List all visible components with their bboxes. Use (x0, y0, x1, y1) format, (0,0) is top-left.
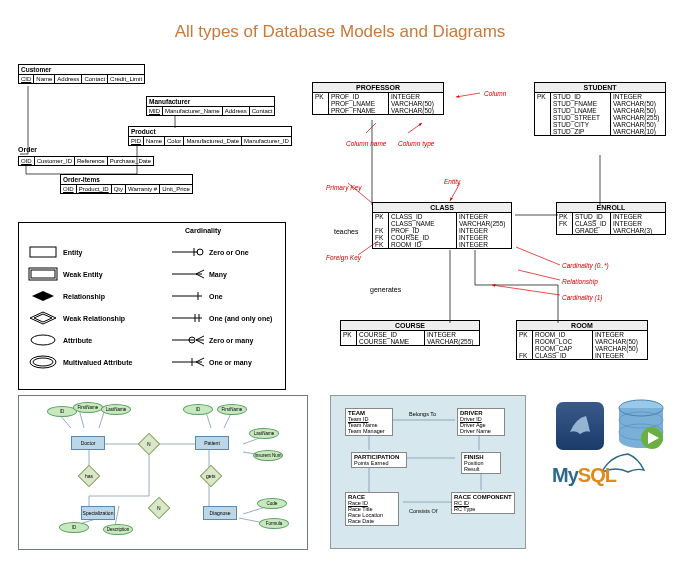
ptable-row: PROF_LNAMEVARCHAR(50) (313, 100, 443, 107)
ptable-course: COURSE PKCOURSE_IDINTEGERCOURSE_NAMEVARC… (340, 320, 480, 346)
ptable-row: FKPROF_IDINTEGER (373, 227, 511, 234)
svg-rect-2 (31, 270, 55, 278)
label-generates: generates (370, 286, 401, 293)
ptable-row: STUD_LNAMEVARCHAR(50) (535, 107, 665, 114)
ptable-row: PROF_FNAMEVARCHAR(50) (313, 107, 443, 114)
er-diagram: Doctor Patient Specialization Diagnose I… (18, 395, 308, 550)
svg-line-22 (196, 336, 204, 340)
ptable-room: ROOM PKROOM_IDINTEGERROOM_LOCVARCHAR(50)… (516, 320, 648, 360)
label-relationship: Relationship (562, 278, 598, 285)
ptable-row: FKCLASS_IDINTEGER (557, 220, 665, 227)
table-product: Product PID Name Color Manufactured_Date… (128, 126, 292, 146)
ptable-row: FKCLASS_IDINTEGER (517, 352, 647, 359)
ptable-row: ROOM_LOCVARCHAR(50) (517, 338, 647, 345)
ptable-row: PKCOURSE_IDINTEGER (341, 331, 479, 338)
ptable-professor: PROFESSOR PKPROF_IDINTEGERPROF_LNAMEVARC… (312, 82, 444, 115)
label-order: Order (18, 146, 37, 153)
label-column-type: Column type (398, 140, 435, 147)
ptable-row: ROOM_CAPVARCHAR(50) (517, 345, 647, 352)
table-order-items: Order-Items OID Product_ID Qty Warranty … (60, 174, 193, 194)
svg-rect-0 (30, 247, 56, 257)
table-order: OID Customer_ID Reference Purchase_Date (18, 156, 154, 166)
ptable-row: PKSTUD_IDINTEGER (535, 93, 665, 100)
label-foreign-key: Foreign Key (326, 254, 361, 261)
ptable-row: PKSTUD_IDINTEGER (557, 213, 665, 220)
page-title: All types of Database Models and Diagram… (0, 0, 680, 42)
ptable-row: PKPROF_IDINTEGER (313, 93, 443, 100)
svg-line-23 (196, 340, 204, 344)
label-primary-key: Primary Key (326, 184, 361, 191)
mysql-logo: MySQL (552, 464, 616, 487)
legend-box: Cardinality Entity Weak Entity Relations… (18, 222, 286, 390)
table-manufacturer: Manufacturer MID Manufacturer_Name Addre… (146, 96, 275, 116)
ptable-row: FKCOURSE_IDINTEGER (373, 234, 511, 241)
mysql-icon (556, 402, 604, 450)
svg-line-28 (196, 362, 204, 366)
ptable-row: STUD_CITYVARCHAR(50) (535, 121, 665, 128)
label-column: Column (484, 90, 506, 97)
svg-line-27 (196, 358, 204, 362)
ptable-row: PKCLASS_IDINTEGER (373, 213, 511, 220)
svg-point-6 (31, 335, 55, 345)
ptable-row: COURSE_NAMEVARCHAR(255) (341, 338, 479, 345)
label-cardinality-one: Cardinality (1) (562, 294, 602, 301)
table-customer: Customer CID Name Address Contact Credit… (18, 64, 145, 84)
ptable-enroll: ENROLL PKSTUD_IDINTEGERFKCLASS_IDINTEGER… (556, 202, 666, 235)
ptable-row: STUD_FNAMEVARCHAR(50) (535, 100, 665, 107)
label-entity: Entity (444, 178, 460, 185)
ptable-row: STUD_ZIPVARCHAR(10) (535, 128, 665, 135)
label-teaches: teaches (334, 228, 359, 235)
ptable-student: STUDENT PKSTUD_IDINTEGERSTUD_FNAMEVARCHA… (534, 82, 666, 136)
blue-diagram: TEAMTeam IDTeam NameTeam Manager DRIVERD… (330, 395, 526, 549)
ptable-class: CLASS PKCLASS_IDINTEGERCLASS_NAMEVARCHAR… (372, 202, 512, 249)
svg-point-8 (33, 358, 53, 366)
ptable-row: FKROOM_IDINTEGER (373, 241, 511, 248)
ptable-row: PKROOM_IDINTEGER (517, 331, 647, 338)
ptable-row: GRADEVARCHAR(3) (557, 227, 665, 234)
svg-marker-3 (32, 291, 54, 301)
ptable-row: STUD_STREETVARCHAR(255) (535, 114, 665, 121)
database-cylinder-icon (614, 398, 668, 454)
label-cardinality-many: Cardinality (0..*) (562, 262, 609, 269)
ptable-row: CLASS_NAMEVARCHAR(255) (373, 220, 511, 227)
label-column-name: Column name (346, 140, 386, 147)
svg-line-14 (196, 274, 204, 278)
svg-line-13 (196, 270, 204, 274)
